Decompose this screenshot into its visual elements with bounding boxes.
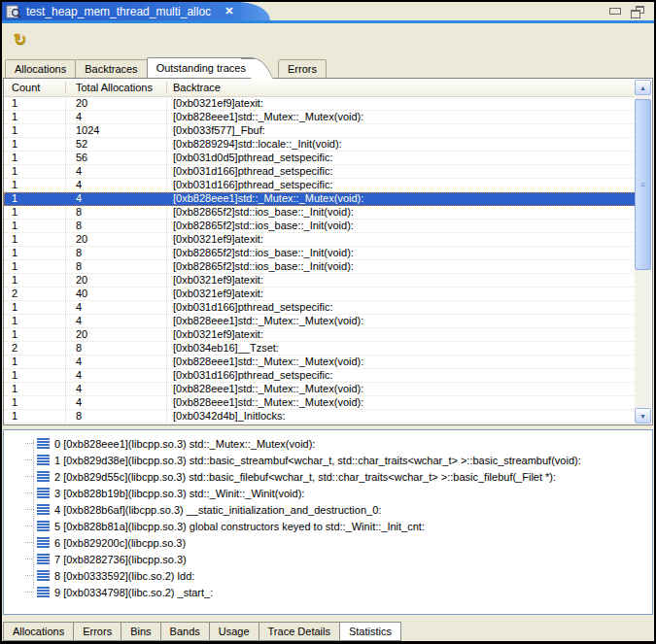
table-row[interactable]: 14[0xb828eee1]std::_Mutex::_Mutex(void): (4, 356, 636, 369)
cell-backtrace: [0xb82865f2]std::ios_base::_Init(void): (167, 247, 636, 259)
refresh-icon[interactable]: ↻ (14, 32, 26, 48)
minimize-button[interactable] (609, 8, 621, 15)
stack-frames-icon (37, 554, 50, 564)
cell-backtrace: [0xb0321ef9]atexit: (167, 97, 636, 110)
stack-frames-icon (37, 521, 50, 531)
table-row[interactable]: 14[0xb828eee1]std::_Mutex::_Mutex(void): (4, 396, 636, 410)
table-row[interactable]: 18[0xb82865f2]std::ios_base::_Init(void)… (4, 206, 636, 220)
tree-item-label: 0 [0xb828eee1](libcpp.so.3) std::_Mutex:… (54, 438, 315, 450)
scroll-down-arrow-icon[interactable]: ▼ (635, 408, 651, 424)
cell-count: 1 (4, 301, 66, 314)
cell-total-allocations: 20 (66, 328, 167, 341)
scrollbar-thumb[interactable]: ≡ (635, 99, 651, 270)
cell-total-allocations: 8 (66, 410, 167, 423)
table-row[interactable]: 18[0xb0342d4b]_Initlocks: (4, 410, 636, 424)
tree-item-label: 5 [0xb828b81a](libcpp.so.3) global const… (54, 521, 425, 532)
tree-item-label: 1 [0xb829d38e](libcpp.so.3) std::basic_s… (54, 455, 581, 466)
column-header-backtrace[interactable]: Backtrace (167, 79, 636, 96)
table-row[interactable]: 120[0xb0321ef9]atexit: (4, 233, 636, 247)
tab-statistics[interactable]: Statistics (340, 622, 401, 641)
table-row[interactable]: 14[0xb828eee1]std::_Mutex::_Mutex(void): (4, 111, 636, 124)
stack-frames-icon (37, 471, 50, 482)
stack-frames-icon (37, 488, 50, 498)
tab-errors[interactable]: Errors (278, 59, 327, 78)
tab-trace-details[interactable]: Trace Details (259, 622, 340, 641)
bottom-tab-bar: AllocationsErrorsBinsBandsUsageTrace Det… (3, 622, 401, 641)
tree-item[interactable]: 1 [0xb829d38e](libcpp.so.3) std::basic_s… (4, 452, 652, 468)
cell-backtrace: [0xb828eee1]std::_Mutex::_Mutex(void): (167, 192, 636, 205)
tab-errors[interactable]: Errors (74, 622, 121, 641)
cell-count: 1 (4, 138, 66, 151)
table-row[interactable]: 18[0xb82865f2]std::ios_base::_Init(void)… (4, 220, 636, 233)
table-row[interactable]: 11024[0xb033f577]_Fbuf: (4, 124, 636, 138)
memory-analysis-magnifier-icon (6, 4, 21, 19)
restore-icon-front (631, 10, 640, 18)
tree-item[interactable]: 3 [0xb828b19b](libcpp.so.3) std::_Winit:… (4, 485, 652, 501)
tree-connector (25, 592, 34, 593)
table-row[interactable]: 14[0xb031d166]pthread_setspecific: (4, 179, 636, 192)
table-row[interactable]: 120[0xb0321ef9]atexit: (4, 274, 636, 288)
table-row[interactable]: 14[0xb828eee1]std::_Mutex::_Mutex(void): (4, 315, 636, 328)
tree-connector (25, 525, 34, 526)
restore-button[interactable] (631, 6, 644, 18)
stack-frames-icon (37, 537, 50, 548)
view-tab[interactable]: test_heap_mem_thread_multi_alloc ✕ (2, 2, 241, 20)
table-row[interactable]: 28[0xb034eb16]__Tzset: (4, 342, 636, 356)
table-row[interactable]: 14[0xb031d166]pthread_setspecific: (4, 301, 636, 315)
cell-backtrace: [0xb828eee1]std::_Mutex::_Mutex(void): (167, 356, 636, 368)
tab-bands[interactable]: Bands (161, 622, 210, 641)
cell-count: 1 (4, 220, 66, 232)
cell-count: 1 (4, 383, 66, 395)
tab-allocations[interactable]: Allocations (3, 622, 74, 641)
tree-item[interactable]: 9 [0xb0334798](libc.so.2) _start_: (4, 584, 652, 600)
table-row[interactable]: 18[0xb82865f2]std::ios_base::_Init(void)… (4, 260, 636, 274)
cell-count: 1 (4, 97, 66, 110)
tab-backtraces[interactable]: Backtraces (75, 59, 147, 78)
tree-item[interactable]: 5 [0xb828b81a](libcpp.so.3) global const… (4, 518, 652, 534)
tab-bins[interactable]: Bins (121, 622, 160, 641)
stack-frames-icon (37, 438, 50, 449)
tree-connector (25, 492, 34, 493)
stack-frames-icon (37, 504, 50, 515)
cell-backtrace: [0xb033f577]_Fbuf: (167, 124, 636, 137)
tree-item-label: 3 [0xb828b19b](libcpp.so.3) std::_Winit:… (54, 488, 304, 499)
tree-item[interactable]: 2 [0xb829d55c](libcpp.so.3) std::basic_f… (4, 468, 652, 485)
table-row[interactable]: 156[0xb031d0d5]pthread_setspecific: (4, 152, 636, 165)
table-row[interactable]: 14[0xb031d166]pthread_setspecific: (4, 165, 636, 179)
table-row[interactable]: 14[0xb828eee1]std::_Mutex::_Mutex(void): (4, 192, 636, 206)
table-row[interactable]: 14[0xb828eee1]std::_Mutex::_Mutex(void): (4, 383, 636, 396)
cell-backtrace: [0xb828eee1]std::_Mutex::_Mutex(void): (167, 396, 636, 409)
table-row[interactable]: 152[0xb8289294]std::locale::_Init(void): (4, 138, 636, 152)
view-title: test_heap_mem_thread_multi_alloc (21, 5, 213, 18)
table-row[interactable]: 120[0xb0321ef9]atexit: (4, 328, 636, 342)
stack-frames-icon (37, 570, 50, 581)
close-icon[interactable]: ✕ (213, 5, 237, 17)
tree-item[interactable]: 8 [0xb0333592](libc.so.2) ldd: (4, 567, 652, 584)
vertical-scrollbar[interactable]: ▲ ≡ ▼ (635, 80, 651, 424)
tab-usage[interactable]: Usage (210, 622, 259, 641)
tree-connector (25, 542, 34, 543)
cell-total-allocations: 40 (66, 288, 167, 300)
tab-outstanding-traces[interactable]: Outstanding traces (147, 57, 255, 78)
table-row[interactable]: 240[0xb0321ef9]atexit: (4, 288, 636, 301)
column-header-total-allocations[interactable]: Total Allocations (66, 79, 167, 96)
cell-count: 1 (4, 206, 66, 219)
stack-frames-icon (37, 587, 50, 597)
tree-item[interactable]: 7 [0xb8282736](libcpp.so.3) (4, 551, 652, 567)
cell-backtrace: [0xb031d166]pthread_setspecific: (167, 179, 636, 191)
tree-item[interactable]: 0 [0xb828eee1](libcpp.so.3) std::_Mutex:… (4, 435, 652, 452)
cell-count: 2 (4, 288, 66, 300)
table-row[interactable]: 18[0xb82865f2]std::ios_base::_Init(void)… (4, 247, 636, 260)
scroll-up-arrow-icon[interactable]: ▲ (635, 80, 651, 95)
view-toolbar: ↻ (2, 23, 654, 56)
cell-total-allocations: 4 (66, 192, 167, 205)
tree-item[interactable]: 6 [0xb829200c](libcpp.so.3) (4, 534, 652, 551)
column-header-count[interactable]: Count (4, 79, 66, 96)
tab-allocations[interactable]: Allocations (5, 59, 76, 78)
scrollbar-grip-icon: ≡ (640, 181, 645, 189)
table-body: 120[0xb0321ef9]atexit:14[0xb828eee1]std:… (4, 97, 636, 424)
tree-item[interactable]: 4 [0xb828b6af](libcpp.so.3) __static_ini… (4, 501, 652, 518)
table-row[interactable]: 120[0xb0321ef9]atexit: (4, 97, 636, 111)
cell-count: 1 (4, 192, 66, 205)
table-row[interactable]: 14[0xb031d166]pthread_setspecific: (4, 369, 636, 383)
